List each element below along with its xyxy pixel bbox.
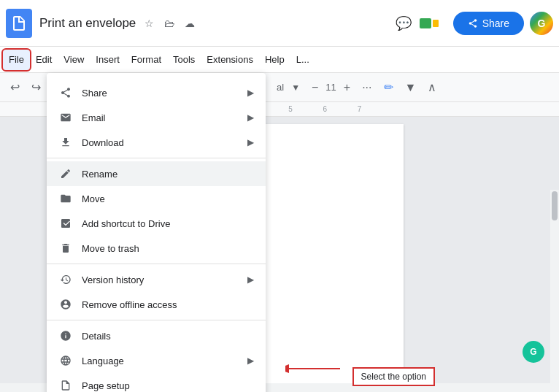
- email-item-label: Email: [82, 112, 247, 123]
- annotation-arrow-container: [285, 358, 344, 382]
- comments-icon[interactable]: 💬: [395, 15, 412, 32]
- annotation-arrow-svg: [285, 358, 344, 380]
- title-area: Print an envelope ☆ 🗁 ☁: [39, 15, 395, 32]
- email-item-arrow: ▶: [247, 112, 254, 123]
- share-item-arrow: ▶: [247, 88, 254, 98]
- email-item-icon: [58, 112, 73, 123]
- menu-item-share[interactable]: Share ▶: [47, 80, 266, 105]
- menu-tools[interactable]: Tools: [167, 50, 201, 70]
- toolbar-collapse-btn[interactable]: ∧: [423, 77, 441, 97]
- dropdown-section-4: Details Language ▶ Page setup Print Ctrl…: [47, 320, 266, 392]
- select-option-annotation: Select the option: [352, 367, 435, 386]
- more-options-btn[interactable]: ···: [358, 78, 376, 97]
- toolbar-dropdown-btn[interactable]: ▼: [401, 78, 421, 97]
- menu-view[interactable]: View: [58, 50, 90, 70]
- download-item-label: Download: [82, 137, 247, 148]
- star-icon[interactable]: ☆: [140, 15, 158, 32]
- menu-item-email[interactable]: Email ▶: [47, 105, 266, 130]
- add-shortcut-item-icon: [58, 218, 73, 229]
- menu-item-add-shortcut[interactable]: Add shortcut to Drive: [47, 211, 266, 236]
- language-item-label: Language: [82, 356, 247, 366]
- menu-item-download[interactable]: Download ▶: [47, 130, 266, 155]
- offline-item-label: Remove offline access: [82, 299, 254, 310]
- share-item-icon: [58, 87, 73, 99]
- language-item-arrow: ▶: [247, 356, 254, 366]
- grammarly-button[interactable]: G: [523, 341, 544, 363]
- user-avatar[interactable]: G: [530, 12, 553, 35]
- version-history-label: Version history: [82, 274, 247, 285]
- move-item-icon: [58, 193, 73, 204]
- cloud-icon[interactable]: ☁: [181, 15, 198, 32]
- details-item-icon: [58, 330, 73, 342]
- folder-icon[interactable]: 🗁: [161, 15, 178, 32]
- menu-bar: File Edit View Insert Format Tools Exten…: [0, 47, 559, 73]
- dropdown-section-2: Rename Move Add shortcut to Drive Move t…: [47, 158, 266, 264]
- menu-file[interactable]: File: [3, 50, 30, 70]
- file-dropdown-menu: Share ▶ Email ▶ Download ▶ Rename: [47, 73, 266, 392]
- menu-insert[interactable]: Insert: [90, 50, 126, 70]
- scrollbar-thumb[interactable]: [552, 191, 558, 220]
- move-item-label: Move: [82, 193, 254, 204]
- trash-item-icon: [58, 242, 73, 254]
- share-item-label: Share: [82, 88, 247, 99]
- share-button-label: Share: [482, 18, 509, 29]
- doc-title-text: Print an envelope: [39, 16, 136, 31]
- top-bar: Print an envelope ☆ 🗁 ☁ 💬 Share G: [0, 0, 559, 47]
- menu-help[interactable]: Help: [259, 50, 290, 70]
- doc-icon: [6, 9, 32, 38]
- move-trash-item-label: Move to trash: [82, 243, 254, 254]
- dropdown-section-3: Version history ▶ Remove offline access: [47, 264, 266, 320]
- menu-item-language[interactable]: Language ▶: [47, 348, 266, 373]
- menu-last[interactable]: L...: [290, 50, 315, 70]
- page-setup-item-icon: [58, 380, 73, 391]
- meet-button[interactable]: [418, 10, 447, 36]
- font-size-decrease[interactable]: −: [307, 78, 323, 97]
- share-button[interactable]: Share: [453, 12, 524, 35]
- menu-item-page-setup[interactable]: Page setup: [47, 373, 266, 392]
- menu-item-rename[interactable]: Rename: [47, 161, 266, 186]
- menu-item-offline[interactable]: Remove offline access: [47, 292, 266, 317]
- details-item-label: Details: [82, 331, 254, 342]
- language-item-icon: [58, 355, 73, 366]
- font-dropdown-btn[interactable]: ▼: [287, 80, 304, 96]
- page-setup-item-label: Page setup: [82, 380, 254, 391]
- font-size-value: 11: [325, 82, 336, 93]
- offline-item-icon: [58, 299, 73, 310]
- menu-extensions[interactable]: Extensions: [201, 50, 259, 70]
- select-option-text: Select the option: [361, 372, 426, 382]
- download-item-icon: [58, 137, 73, 148]
- undo-button[interactable]: ↩: [6, 77, 24, 97]
- rename-item-label: Rename: [82, 169, 254, 180]
- menu-item-version-history[interactable]: Version history ▶: [47, 267, 266, 292]
- top-right-area: 💬 Share G: [395, 10, 553, 36]
- menu-item-move[interactable]: Move: [47, 186, 266, 211]
- menu-item-details[interactable]: Details: [47, 323, 266, 348]
- font-name-label: al: [277, 82, 284, 93]
- version-history-icon: [58, 274, 73, 285]
- menu-item-move-trash[interactable]: Move to trash: [47, 236, 266, 261]
- add-shortcut-item-label: Add shortcut to Drive: [82, 218, 254, 229]
- rename-item-icon: [58, 168, 73, 180]
- menu-format[interactable]: Format: [126, 50, 167, 70]
- download-item-arrow: ▶: [247, 137, 254, 147]
- version-history-arrow: ▶: [247, 274, 254, 285]
- font-size-increase[interactable]: +: [339, 78, 355, 97]
- text-edit-btn[interactable]: ✏: [379, 77, 398, 97]
- menu-edit[interactable]: Edit: [30, 50, 58, 70]
- doc-title: Print an envelope ☆ 🗁 ☁: [39, 15, 395, 32]
- redo-button[interactable]: ↪: [27, 77, 45, 97]
- dropdown-section-1: Share ▶ Email ▶ Download ▶: [47, 77, 266, 158]
- vertical-scrollbar[interactable]: [550, 190, 559, 392]
